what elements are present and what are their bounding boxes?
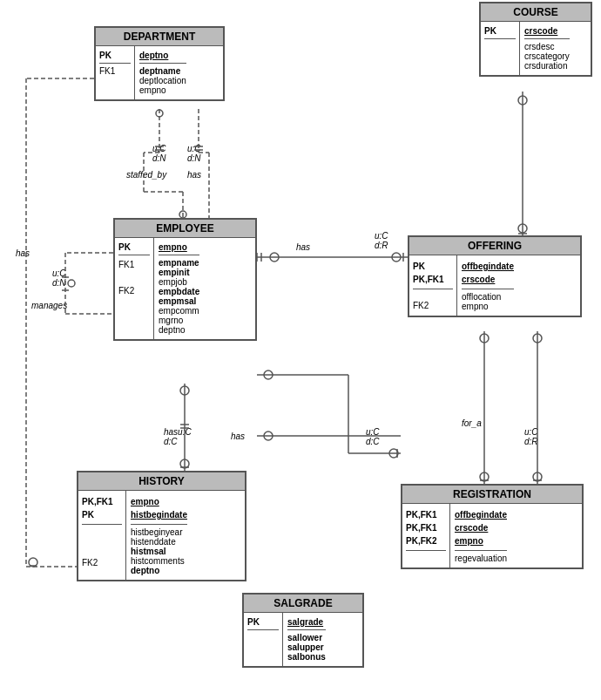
label-has-emp-offering: has <box>296 242 310 252</box>
entity-department: DEPARTMENT PK FK1 deptno deptname deptlo… <box>94 26 225 101</box>
label-uc-dn-manages: u:C d:N <box>52 268 66 288</box>
history-empno: empno <box>131 495 187 508</box>
offering-fk2-label: FK2 <box>413 301 453 310</box>
label-has-dept-emp: has <box>187 170 201 180</box>
emp-empname: empname <box>159 258 199 268</box>
salgrade-salbonus: salbonus <box>287 652 326 662</box>
history-header: HISTORY <box>78 472 245 491</box>
svg-point-41 <box>480 472 489 481</box>
svg-point-31 <box>180 459 189 468</box>
course-crsdesc: crsdesc <box>524 42 570 51</box>
reg-offbegindate: offbegindate <box>455 508 507 521</box>
history-deptno: deptno <box>131 566 187 575</box>
course-header: COURSE <box>481 3 591 22</box>
offering-pkfk1-label: PK,FK1 <box>413 273 453 286</box>
history-histcomments: histcomments <box>131 556 187 566</box>
course-crscategory: crscategory <box>524 51 570 61</box>
svg-point-51 <box>29 558 37 567</box>
dept-fk1-label: FK1 <box>99 66 131 76</box>
label-hasu-dc: hasu:C d:C <box>164 427 192 446</box>
course-crscode: crscode <box>524 26 570 36</box>
dept-pk-label: PK <box>99 51 111 60</box>
salgrade-salupper: salupper <box>287 642 326 652</box>
offering-pk-label: PK <box>413 260 453 273</box>
emp-deptno: deptno <box>159 325 199 335</box>
reg-crscode: crscode <box>455 521 507 534</box>
reg-pkfk1-2-label: PK,FK1 <box>406 521 446 534</box>
svg-point-30 <box>180 386 189 395</box>
salgrade-salgrade: salgrade <box>287 617 326 627</box>
label-has-emp-history: has <box>231 432 245 441</box>
label-uc-dc-hist: u:C d:C <box>366 427 380 446</box>
svg-point-23 <box>392 253 401 262</box>
emp-empbdate: empbdate <box>159 287 199 296</box>
offering-offlocation: offlocation <box>462 292 514 302</box>
label-uc-dr-reg: u:C d:R <box>524 427 538 446</box>
label-manages: manages <box>31 301 67 310</box>
svg-point-45 <box>533 472 542 481</box>
history-pkfk1-label: PK,FK1 <box>82 495 122 508</box>
label-staffed-by: staffed_by <box>126 170 166 180</box>
reg-regevaluation: regevaluation <box>455 554 507 563</box>
history-histbeginyear: histbeginyear <box>131 527 187 537</box>
svg-point-44 <box>533 334 542 343</box>
entity-course: COURSE PK crscode crsdesc crscategory cr… <box>479 2 592 77</box>
label-uc-dn-emp: u:C d:N <box>187 144 201 163</box>
employee-header: EMPLOYEE <box>115 220 255 238</box>
department-header: DEPARTMENT <box>96 28 223 46</box>
history-histenddate: histenddate <box>131 537 187 547</box>
entity-salgrade: SALGRADE PK salgrade sallower salupper s… <box>242 593 364 668</box>
offering-empno: empno <box>462 302 514 311</box>
entity-history: HISTORY PK,FK1 PK FK2 empno histbegindat… <box>77 471 246 581</box>
svg-point-40 <box>480 334 489 343</box>
course-pk-label: PK <box>484 26 496 36</box>
course-crsduration: crsduration <box>524 61 570 71</box>
entity-employee: EMPLOYEE PK FK1 FK2 empno empname <box>113 218 257 341</box>
svg-point-37 <box>389 449 398 458</box>
history-histmsal: histmsal <box>131 547 187 556</box>
offering-header: OFFERING <box>409 237 580 255</box>
svg-point-26 <box>518 96 527 105</box>
dept-deptname: deptname <box>139 66 186 76</box>
history-fk2-label: FK2 <box>82 558 122 567</box>
reg-pkfk2-label: PK,FK2 <box>406 534 446 547</box>
emp-fk1-label: FK1 <box>118 258 150 272</box>
registration-header: REGISTRATION <box>402 486 582 504</box>
emp-empjob: empjob <box>159 277 199 287</box>
entity-offering: OFFERING PK PK,FK1 FK2 offbegindate crsc… <box>408 235 582 317</box>
emp-empno: empno <box>159 242 199 252</box>
emp-empmsal: empmsal <box>159 296 199 306</box>
emp-mgrno: mgrno <box>159 316 199 325</box>
label-has-left: has <box>16 248 30 258</box>
svg-point-36 <box>264 370 273 379</box>
salgrade-sallower: sallower <box>287 633 326 642</box>
svg-point-22 <box>270 253 279 262</box>
emp-empcomm: empcomm <box>159 306 199 316</box>
svg-point-5 <box>156 110 163 117</box>
label-for-a: for_a <box>462 418 482 428</box>
dept-deptlocation: deptlocation <box>139 76 186 85</box>
svg-point-27 <box>518 224 527 233</box>
svg-point-16 <box>68 280 75 287</box>
label-uc-dr-offering: u:C d:R <box>375 231 388 250</box>
history-pk-label: PK <box>82 508 122 521</box>
reg-pkfk1-1-label: PK,FK1 <box>406 508 446 521</box>
dept-deptno: deptno <box>139 51 186 60</box>
history-histbegindate: histbegindate <box>131 508 187 521</box>
emp-pk-label: PK <box>118 242 131 252</box>
entity-registration: REGISTRATION PK,FK1 PK,FK1 PK,FK2 offbeg… <box>401 484 584 569</box>
offering-offbegindate: offbegindate <box>462 260 514 273</box>
offering-crscode: crscode <box>462 273 514 286</box>
svg-point-6 <box>179 211 186 218</box>
reg-empno: empno <box>455 534 507 547</box>
diagram-container: COURSE PK crscode crsdesc crscategory cr… <box>0 0 601 700</box>
emp-empinit: empinit <box>159 268 199 277</box>
salgrade-pk-label: PK <box>247 617 260 627</box>
dept-empno: empno <box>139 85 186 95</box>
label-uc-dn-dept: u:C d:N <box>152 144 166 163</box>
emp-fk2-label: FK2 <box>118 284 150 298</box>
salgrade-header: SALGRADE <box>244 595 362 613</box>
svg-point-56 <box>264 432 273 440</box>
